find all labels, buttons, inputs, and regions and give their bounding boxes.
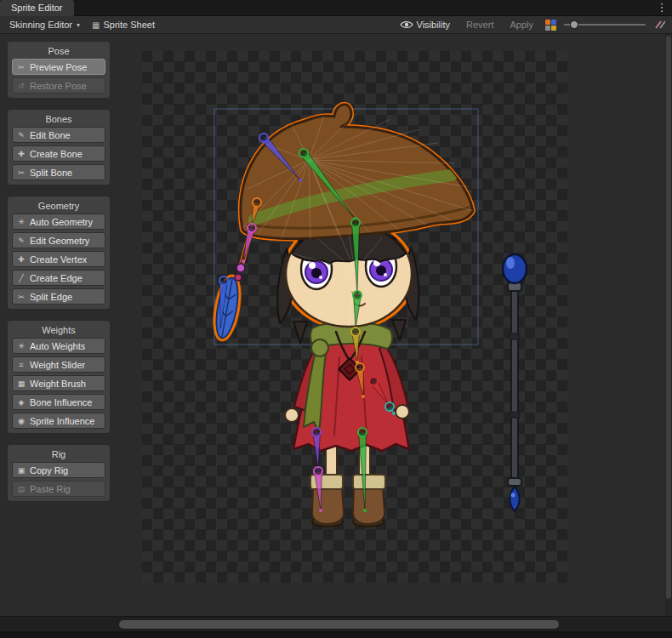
button-label: Auto Geometry xyxy=(30,217,93,227)
bone-strap-b-tip xyxy=(242,259,245,263)
button-create-edge[interactable]: ╱Create Edge xyxy=(12,270,105,286)
bone-strap-a-joint[interactable] xyxy=(253,198,261,207)
sprite-canvas[interactable] xyxy=(142,51,567,583)
button-split-edge[interactable]: ✂Split Edge xyxy=(12,288,105,305)
window-tab-bar: Sprite Editor ⋮ xyxy=(0,0,672,16)
panel-title: Geometry xyxy=(12,200,105,214)
bone-hat-tip-tip xyxy=(299,179,302,182)
character-sprite[interactable] xyxy=(213,105,473,527)
bone-spine-joint[interactable] xyxy=(351,328,360,336)
bone-head-joint[interactable] xyxy=(351,219,360,227)
button-copy-rig[interactable]: ▣Copy Rig xyxy=(12,462,105,478)
panel-title: Weights xyxy=(12,324,105,338)
vertical-scrollbar[interactable] xyxy=(665,34,672,616)
preview-pose-icon: ✂ xyxy=(16,63,26,71)
mode-dropdown[interactable]: Skinning Editor ▾ xyxy=(5,18,84,32)
toolbar-right-group: Visibility Revert Apply xyxy=(396,18,667,32)
toolbar: Skinning Editor ▾ ▦ Sprite Sheet Visibil… xyxy=(0,16,672,34)
bone-chest-joint[interactable] xyxy=(356,363,364,372)
button-label: Copy Rig xyxy=(30,465,68,476)
bone-influence-icon: ◈ xyxy=(16,398,26,407)
button-create-vertex[interactable]: ✚Create Vertex xyxy=(12,251,105,267)
bone-neck-joint[interactable] xyxy=(353,291,362,299)
bone-leg-l[interactable] xyxy=(313,432,321,470)
bone-color-swatch-icon[interactable] xyxy=(545,20,556,31)
bone-leg-l-joint[interactable] xyxy=(312,428,321,436)
button-label: Preview Pose xyxy=(30,62,87,72)
button-label: Create Bone xyxy=(30,149,83,159)
visibility-label: Visibility xyxy=(417,20,451,30)
bone-feather-joint[interactable] xyxy=(219,276,228,285)
bone-hand-r-joint[interactable] xyxy=(385,402,394,411)
opacity-slider[interactable] xyxy=(564,19,646,31)
restore-pose-icon: ↺ xyxy=(16,82,26,90)
split-bone-icon: ✂ xyxy=(16,168,26,177)
button-label: Edit Bone xyxy=(30,130,71,140)
button-label: Create Vertex xyxy=(30,254,87,265)
create-edge-icon: ╱ xyxy=(16,274,26,282)
horizontal-scrollbar-thumb[interactable] xyxy=(119,620,559,629)
button-auto-geometry[interactable]: ✳Auto Geometry xyxy=(12,214,105,230)
apply-button[interactable]: Apply xyxy=(505,18,538,32)
bone-leg-r-tip xyxy=(363,509,367,512)
button-label: Bone Influence xyxy=(30,397,92,407)
create-bone-icon: ✚ xyxy=(16,150,26,158)
swatch-blue xyxy=(551,20,556,25)
bottom-edge xyxy=(0,631,672,638)
panel-title: Rig xyxy=(12,448,105,462)
overflow-menu-icon[interactable]: ⋮ xyxy=(655,0,669,16)
edit-geometry-icon: ✎ xyxy=(16,236,26,245)
bone-leg-r-joint[interactable] xyxy=(358,428,367,436)
bone-hat-tip-joint[interactable] xyxy=(259,134,268,142)
horizontal-scrollbar[interactable] xyxy=(0,616,672,631)
weight-slider-icon: ≡ xyxy=(16,361,26,369)
bone-foot-l-joint[interactable] xyxy=(314,467,322,476)
sprite-sheet-label: Sprite Sheet xyxy=(103,20,155,30)
button-bone-influence[interactable]: ◈Bone Influence xyxy=(12,394,105,410)
button-label: Split Bone xyxy=(30,168,72,178)
edit-bone-icon: ✎ xyxy=(16,131,26,140)
panel-bones: Bones✎Edit Bone✚Create Bone✂Split Bone xyxy=(7,109,111,185)
create-vertex-icon: ✚ xyxy=(16,255,26,264)
button-edit-bone[interactable]: ✎Edit Bone xyxy=(12,127,105,143)
button-auto-weights[interactable]: ✳Auto Weights xyxy=(12,338,105,354)
sprite-influence-icon: ◉ xyxy=(16,417,26,425)
split-edge-icon: ✂ xyxy=(16,293,26,301)
button-sprite-influence[interactable]: ◉Sprite Influence xyxy=(12,413,105,429)
sprite-sheet-button[interactable]: ▦ Sprite Sheet xyxy=(88,18,159,32)
button-weight-slider[interactable]: ≡Weight Slider xyxy=(12,356,105,373)
button-label: Auto Weights xyxy=(30,341,85,351)
button-split-bone[interactable]: ✂Split Bone xyxy=(12,164,105,180)
swatch-yellow xyxy=(551,26,556,31)
auto-geometry-icon: ✳ xyxy=(16,218,26,226)
button-weight-brush[interactable]: ▦Weight Brush xyxy=(12,375,105,391)
button-label: Weight Brush xyxy=(30,379,86,389)
stripes-icon[interactable] xyxy=(653,20,665,30)
bone-hat-joint[interactable] xyxy=(299,149,308,157)
bone-foot-l-tip xyxy=(319,509,322,512)
button-edit-geometry[interactable]: ✎Edit Geometry xyxy=(12,232,105,248)
button-preview-pose[interactable]: ✂Preview Pose xyxy=(12,59,105,75)
weight-brush-icon: ▦ xyxy=(16,379,26,388)
button-paste-rig[interactable]: ▤Paste Rig xyxy=(12,481,105,497)
copy-rig-icon: ▣ xyxy=(16,466,26,475)
button-create-bone[interactable]: ✚Create Bone xyxy=(12,145,105,162)
vertical-scrollbar-thumb[interactable] xyxy=(666,36,671,599)
button-label: Edit Geometry xyxy=(30,236,89,246)
staff-sprite[interactable] xyxy=(503,254,527,511)
slider-knob[interactable] xyxy=(570,20,578,29)
visibility-toggle[interactable]: Visibility xyxy=(396,18,455,32)
button-label: Weight Slider xyxy=(30,360,85,370)
tab-sprite-editor[interactable]: Sprite Editor xyxy=(0,0,74,16)
button-restore-pose[interactable]: ↺Restore Pose xyxy=(12,77,105,94)
bone-feather-tip xyxy=(219,328,222,332)
button-label: Sprite Influence xyxy=(30,416,94,426)
bone-chest-tip xyxy=(362,395,365,398)
panel-pose: Pose✂Preview Pose↺Restore Pose xyxy=(7,41,111,99)
bone-arm-r-joint[interactable] xyxy=(369,377,378,385)
bone-hand-r-tip xyxy=(392,412,396,415)
revert-button[interactable]: Revert xyxy=(462,18,498,32)
sidebar: Pose✂Preview Pose↺Restore PoseBones✎Edit… xyxy=(7,41,111,512)
paste-rig-icon: ▤ xyxy=(16,485,26,493)
bone-strap-b-joint[interactable] xyxy=(248,224,256,232)
